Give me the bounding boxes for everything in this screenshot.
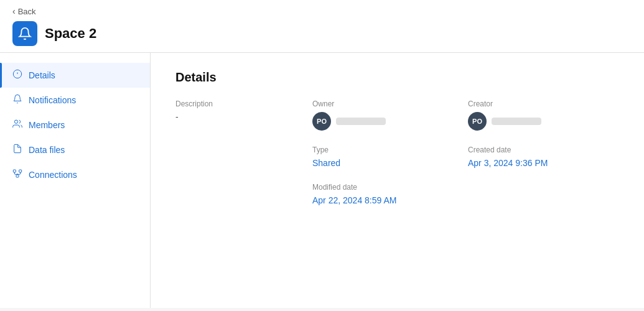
description-value: -: [175, 112, 300, 122]
creator-name-bar: [492, 118, 541, 125]
type-section: Type Shared: [312, 146, 455, 168]
sidebar: Details Notifications Members Data files: [0, 53, 151, 308]
modified-date-section: Modified date Apr 22, 2024 8:59 AM: [312, 183, 455, 205]
empty-cell-2: [175, 183, 300, 205]
created-date-value: Apr 3, 2024 9:36 PM: [468, 158, 619, 168]
back-label: Back: [18, 7, 36, 16]
members-icon: [12, 119, 22, 131]
sidebar-item-details[interactable]: Details: [0, 63, 150, 88]
owner-label: Owner: [312, 100, 455, 108]
details-icon: [12, 69, 22, 81]
owner-section: Owner PO: [312, 100, 455, 131]
description-label: Description: [175, 100, 300, 108]
space-title: Space 2: [45, 26, 96, 42]
svg-rect-5: [19, 170, 22, 172]
creator-label: Creator: [468, 100, 619, 108]
data-files-icon: [12, 144, 22, 156]
sidebar-label-details: Details: [29, 70, 55, 80]
page-title: Details: [175, 70, 619, 85]
modified-date-label: Modified date: [312, 183, 455, 192]
sidebar-label-notifications: Notifications: [29, 95, 76, 105]
space-icon: [12, 21, 37, 46]
owner-avatar-row: PO: [312, 112, 455, 131]
owner-name-bar: [336, 118, 386, 125]
back-arrow-icon: ‹: [12, 6, 16, 16]
creator-avatar: PO: [468, 112, 487, 131]
svg-point-3: [14, 120, 17, 123]
owner-avatar: PO: [312, 112, 331, 131]
sidebar-item-notifications[interactable]: Notifications: [0, 88, 150, 113]
notifications-icon: [12, 94, 22, 106]
content-area: Details Description - Owner PO Creator P…: [151, 53, 644, 308]
created-date-label: Created date: [468, 146, 619, 154]
top-bar: ‹ Back Space 2: [0, 0, 644, 53]
sidebar-label-members: Members: [29, 120, 65, 130]
type-value: Shared: [312, 158, 455, 168]
svg-rect-4: [13, 170, 16, 172]
sidebar-label-connections: Connections: [29, 170, 77, 180]
space-header: Space 2: [12, 21, 632, 46]
type-label: Type: [312, 146, 455, 154]
sidebar-item-connections[interactable]: Connections: [0, 162, 150, 187]
details-grid: Description - Owner PO Creator PO: [175, 100, 619, 205]
sidebar-item-members[interactable]: Members: [0, 113, 150, 137]
main-layout: Details Notifications Members Data files: [0, 53, 644, 308]
back-button[interactable]: ‹ Back: [12, 6, 632, 16]
svg-rect-6: [16, 175, 19, 177]
empty-cell-1: [175, 146, 300, 168]
creator-avatar-row: PO: [468, 112, 619, 131]
connections-icon: [12, 169, 22, 181]
modified-date-value: Apr 22, 2024 8:59 AM: [312, 195, 455, 205]
sidebar-item-data-files[interactable]: Data files: [0, 137, 150, 162]
created-date-section: Created date Apr 3, 2024 9:36 PM: [468, 146, 619, 168]
creator-section: Creator PO: [468, 100, 619, 131]
sidebar-label-data-files: Data files: [29, 145, 65, 155]
description-section: Description -: [175, 100, 300, 131]
